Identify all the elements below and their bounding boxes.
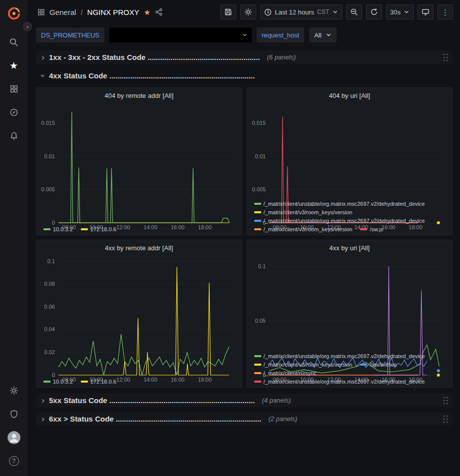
legend-label: /_matrix/client/v3/room_keys/version — [264, 209, 353, 215]
save-dashboard-button[interactable] — [220, 4, 236, 19]
favorite-star-icon[interactable]: ★ — [144, 8, 150, 16]
legend-item[interactable]: 10.0.3.2 — [43, 379, 73, 385]
gear-icon — [244, 8, 252, 16]
star-icon: ★ — [9, 61, 18, 70]
legend-item[interactable]: /api/live/ws — [360, 362, 397, 368]
legend-item[interactable]: /_matrix/client/r0/sync — [254, 370, 317, 376]
legend-swatch — [360, 364, 367, 366]
legend-label: 172.18.0.6 — [90, 379, 116, 385]
help-icon[interactable]: ? — [4, 451, 24, 471]
time-series-chart[interactable]: 00.020.040.060.080.108:0010:0012:0014:00… — [39, 253, 239, 377]
legend-label: /_matrix/client/unstable/org.matrix.msc2… — [264, 201, 425, 207]
svg-text:0.015: 0.015 — [252, 120, 266, 126]
configuration-gear-icon[interactable] — [4, 381, 24, 401]
main-area: General / NGINX PROXY ★ Last 12 hours — [27, 0, 460, 476]
dashboard-title[interactable]: NGINX PROXY — [87, 8, 139, 16]
top-navbar: General / NGINX PROXY ★ Last 12 hours — [27, 0, 460, 24]
chevron-right-icon: › — [39, 53, 47, 61]
user-avatar[interactable] — [4, 428, 24, 448]
chevron-down-icon — [332, 9, 338, 15]
refresh-icon — [370, 8, 378, 16]
breadcrumb-separator: / — [80, 8, 82, 16]
sidebar: ★ ? — [0, 0, 27, 476]
panel-title[interactable]: 4xx by remote addr [All] — [39, 242, 239, 253]
legend-item[interactable]: 172.18.0.6 — [81, 379, 116, 385]
datasource-variable-label[interactable]: DS_PROMETHEUS — [36, 27, 104, 42]
legend-label: /_matrix/client/v3/room_keys/version — [264, 226, 353, 232]
time-series-chart[interactable]: 00.0050.010.01508:0010:0012:0014:0016:00… — [250, 100, 450, 199]
legend-swatch — [360, 228, 367, 230]
row-header-5xx[interactable]: › 5xx Status Code ......................… — [36, 394, 453, 407]
request-host-variable-label[interactable]: request_host — [257, 27, 304, 42]
legend-item[interactable]: 172.18.0.6 — [81, 226, 116, 232]
legend-label: 172.18.0.6 — [90, 226, 116, 232]
search-icon[interactable] — [4, 32, 24, 52]
zoom-out-time-button[interactable] — [346, 4, 362, 19]
legend-item[interactable]: 10.0.3.2 — [43, 226, 73, 232]
cycle-view-mode-button[interactable] — [418, 4, 434, 19]
datasource-value-dropdown[interactable] — [109, 27, 252, 42]
legend-item[interactable]: /_matrix/client/v3/room_keys/version — [254, 226, 353, 232]
panel-legend: 10.0.3.2172.18.0.6 — [39, 225, 239, 232]
row-drag-handle[interactable] — [442, 414, 449, 424]
legend-swatch — [254, 381, 261, 383]
refresh-interval-value: 30s — [390, 8, 401, 16]
bell-icon — [9, 131, 18, 140]
legend-item[interactable]: /_matrix/client/v3/room_keys/version — [254, 362, 353, 368]
panel-title[interactable]: 4xx by uri [All] — [250, 242, 450, 253]
explore-compass-icon[interactable] — [4, 102, 24, 122]
svg-text:0.06: 0.06 — [44, 304, 55, 310]
legend-item[interactable]: /sw.js — [360, 226, 383, 232]
chevron-right-icon: › — [39, 396, 47, 405]
chevron-right-icon: › — [39, 415, 47, 423]
legend-item[interactable]: /_matrix/client/unstable/org.matrix.msc2… — [254, 353, 425, 359]
shield-icon — [9, 410, 18, 419]
alerting-bell-icon[interactable] — [4, 126, 24, 146]
panel-title[interactable]: 404 by uri [All] — [250, 89, 450, 100]
time-series-chart[interactable]: 00.0050.010.01508:0010:0012:0014:0016:00… — [39, 100, 239, 225]
more-options-button[interactable]: ⋮ — [438, 4, 453, 19]
row-title-dots: ........................................… — [109, 396, 255, 405]
svg-text:0.015: 0.015 — [41, 120, 55, 126]
legend-swatch — [254, 364, 261, 366]
magnifier-minus-icon — [350, 8, 358, 16]
time-series-chart[interactable]: 00.050.108:0010:0012:0014:0016:0018:00 — [250, 253, 450, 352]
dashboards-icon[interactable] — [4, 79, 24, 99]
svg-text:0.01: 0.01 — [255, 153, 265, 159]
refresh-interval-dropdown[interactable]: 30s — [386, 4, 414, 19]
dashboard-settings-button[interactable] — [240, 4, 256, 19]
grafana-app: ★ ? › — [0, 0, 460, 476]
row-drag-handle[interactable] — [442, 396, 449, 405]
share-icon[interactable] — [155, 8, 163, 16]
legend-label: /_matrix/client/unstable/org.matrix.msc2… — [264, 353, 425, 359]
question-icon: ? — [9, 456, 19, 466]
legend-item[interactable]: /_matrix/client/unstable/org.matrix.msc2… — [254, 379, 425, 385]
panel-legend: /_matrix/client/unstable/org.matrix.msc2… — [250, 352, 450, 385]
request-host-value-dropdown[interactable]: All — [309, 27, 336, 42]
panel-404-by-remote-addr: 404 by remote addr [All] 00.0050.010.015… — [36, 87, 242, 235]
breadcrumb-section[interactable]: General — [49, 8, 76, 16]
breadcrumb: General / NGINX PROXY ★ — [37, 8, 163, 16]
legend-label: /_matrix/client/unstable/org.matrix.msc2… — [264, 379, 425, 385]
panel-title[interactable]: 404 by remote addr [All] — [39, 89, 239, 100]
time-range-picker[interactable]: Last 12 hours CST — [260, 4, 342, 19]
legend-label: /_matrix/client/v3/room_keys/version — [264, 362, 353, 368]
row-drag-handle[interactable] — [442, 52, 449, 62]
grafana-logo-icon — [6, 6, 21, 21]
starred-icon[interactable]: ★ — [4, 55, 24, 75]
row-header-1xx-3xx-2xx[interactable]: › 1xx - 3xx - 2xx Status Code ..........… — [36, 50, 453, 64]
server-admin-shield-icon[interactable] — [4, 404, 24, 424]
gear-icon — [9, 386, 18, 395]
svg-text:0.005: 0.005 — [41, 186, 55, 192]
refresh-button[interactable] — [366, 4, 382, 19]
grafana-logo[interactable] — [5, 4, 23, 22]
panel-legend: 10.0.3.2172.18.0.6 — [39, 377, 239, 385]
legend-item[interactable]: /_matrix/client/unstable/org.matrix.msc2… — [254, 218, 425, 224]
row-header-6xx[interactable]: › 6xx > Status Code ....................… — [36, 412, 453, 426]
legend-item[interactable]: /_matrix/client/v3/room_keys/version — [254, 209, 353, 215]
sidebar-expand-button[interactable]: › — [23, 22, 32, 31]
legend-item[interactable]: /_matrix/client/unstable/org.matrix.msc2… — [254, 201, 425, 207]
panel-4xx-by-remote-addr: 4xx by remote addr [All] 00.020.040.060.… — [36, 240, 242, 388]
svg-text:0.08: 0.08 — [44, 281, 55, 287]
row-header-4xx[interactable]: › 4xx Status Code ......................… — [36, 69, 453, 82]
